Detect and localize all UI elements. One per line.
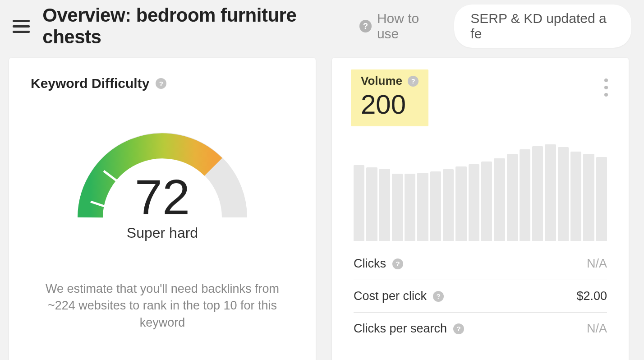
cards-row: Keyword Difficulty ? xyxy=(0,58,644,360)
volume-highlight: Volume ? 200 xyxy=(351,69,428,126)
help-icon[interactable]: ? xyxy=(453,323,464,334)
help-icon[interactable]: ? xyxy=(433,291,444,302)
how-to-use-label: How to use xyxy=(377,11,442,42)
how-to-use-link[interactable]: ? How to use xyxy=(359,11,442,42)
trend-bar xyxy=(494,158,505,241)
trend-bar xyxy=(570,152,581,241)
metric-value: N/A xyxy=(587,322,607,336)
metric-value: N/A xyxy=(587,257,607,271)
trend-bar xyxy=(545,144,556,241)
trend-bar xyxy=(558,147,569,241)
kd-heading-title: Keyword Difficulty xyxy=(31,76,149,91)
more-menu-icon[interactable] xyxy=(602,76,611,99)
keyword-difficulty-card: Keyword Difficulty ? xyxy=(9,58,316,360)
serp-update-text: SERP & KD updated a fe xyxy=(470,11,606,41)
trend-bar xyxy=(430,171,441,241)
page-header: Overview: bedroom furniture chests ? How… xyxy=(0,0,644,58)
trend-bar xyxy=(520,149,530,241)
trend-bar xyxy=(455,166,466,241)
metric-label: Clicks per search? xyxy=(354,322,464,336)
trend-bar xyxy=(583,154,594,241)
kd-label: Super hard xyxy=(63,225,262,241)
help-icon[interactable]: ? xyxy=(408,76,419,87)
metric-row: Clicks per search?N/A xyxy=(354,313,607,345)
trend-bar xyxy=(507,154,518,241)
help-icon[interactable]: ? xyxy=(392,258,403,269)
trend-bar xyxy=(405,174,415,241)
trend-bar xyxy=(392,174,403,241)
volume-heading-title: Volume xyxy=(361,74,402,88)
metric-row: Cost per click?$2.00 xyxy=(354,280,607,313)
metric-row: Clicks?N/A xyxy=(354,248,607,280)
volume-card: Volume ? 200 Clicks?N/ACost per click?$2… xyxy=(332,58,629,360)
trend-bar xyxy=(354,165,364,241)
trend-bar xyxy=(532,146,543,241)
trend-bar xyxy=(481,162,492,241)
trend-bar xyxy=(417,173,428,241)
kd-description: We estimate that you'll need backlinks f… xyxy=(31,281,294,331)
kd-score: 72 xyxy=(63,172,262,222)
serp-update-pill[interactable]: SERP & KD updated a fe xyxy=(454,5,631,48)
page-title: Overview: bedroom furniture chests xyxy=(42,5,347,48)
trend-bar xyxy=(366,167,377,241)
metric-value: $2.00 xyxy=(576,289,607,303)
metric-label: Clicks? xyxy=(354,257,403,271)
volume-trend-chart xyxy=(354,144,607,241)
metric-label-text: Clicks per search xyxy=(354,322,447,336)
metric-label-text: Cost per click xyxy=(354,289,427,303)
volume-heading: Volume ? xyxy=(361,74,419,88)
volume-value: 200 xyxy=(361,89,419,120)
volume-metrics: Clicks?N/ACost per click?$2.00Clicks per… xyxy=(354,248,607,345)
trend-bar xyxy=(443,169,454,241)
metric-label: Cost per click? xyxy=(354,289,444,303)
help-icon[interactable]: ? xyxy=(156,78,166,89)
kd-gauge: 72 Super hard xyxy=(63,123,262,245)
metric-label-text: Clicks xyxy=(354,257,386,271)
kd-heading: Keyword Difficulty ? xyxy=(31,76,294,91)
gauge-center: 72 Super hard xyxy=(63,172,262,241)
help-icon: ? xyxy=(359,20,372,32)
trend-bar xyxy=(379,169,390,241)
trend-bar xyxy=(596,157,607,241)
menu-icon[interactable] xyxy=(13,17,30,35)
trend-bar xyxy=(469,164,479,241)
